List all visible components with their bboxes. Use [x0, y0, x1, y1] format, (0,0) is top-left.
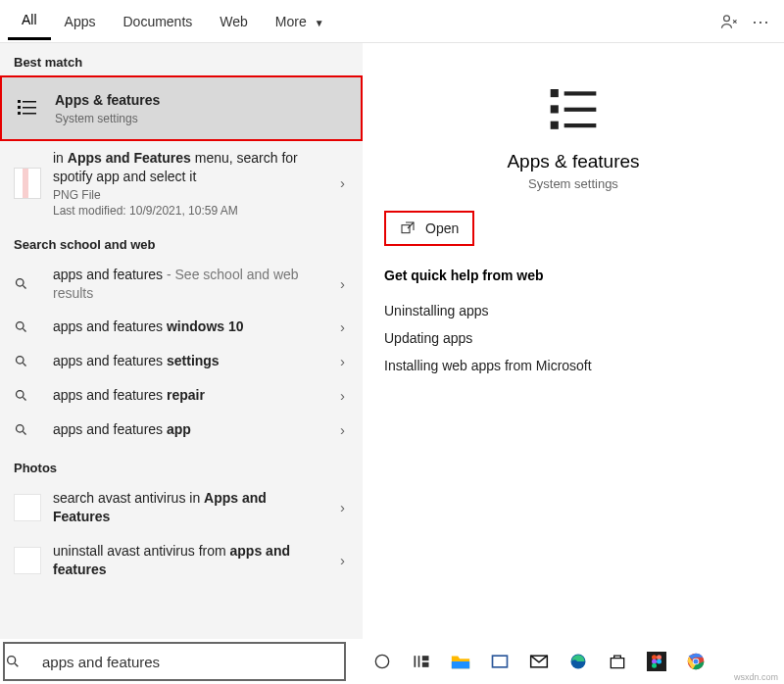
preview-panel: Apps & features System settings Open Get… — [363, 43, 784, 639]
task-view-icon[interactable] — [405, 645, 438, 678]
svg-point-8 — [17, 322, 24, 330]
file-result[interactable]: in Apps and Features menu, search for sp… — [0, 141, 363, 225]
svg-rect-23 — [422, 656, 429, 660]
file-result-modified: Last modified: 10/9/2021, 10:59 AM — [53, 204, 324, 218]
web-result[interactable]: apps and features settings› — [0, 344, 363, 378]
tab-documents[interactable]: Documents — [109, 4, 206, 39]
chevron-right-icon[interactable]: › — [336, 387, 349, 404]
edge-icon[interactable] — [562, 645, 595, 678]
taskbar-row — [0, 639, 784, 684]
search-input[interactable] — [42, 654, 344, 670]
chevron-right-icon[interactable]: › — [336, 275, 349, 292]
web-result-title: apps and features windows 10 — [53, 318, 324, 336]
cortana-icon[interactable] — [366, 645, 399, 678]
section-search-web: Search school and web — [0, 225, 363, 258]
help-link[interactable]: Uninstalling apps — [384, 297, 762, 324]
preview-title: Apps & features — [507, 151, 639, 172]
best-match-result[interactable]: Apps & features System settings — [0, 75, 363, 141]
web-result-title: apps and features app — [53, 420, 324, 439]
svg-point-19 — [8, 657, 16, 664]
png-thumbnail-icon — [14, 168, 41, 199]
file-result-title: in Apps and Features menu, search for sp… — [53, 149, 324, 186]
more-options-icon[interactable]: ⋯ — [745, 6, 776, 37]
photo-result[interactable]: uninstall avast antivirus from apps and … — [0, 534, 363, 587]
svg-point-7 — [17, 279, 24, 287]
svg-rect-27 — [493, 657, 506, 666]
open-label: Open — [425, 220, 459, 236]
chevron-right-icon[interactable]: › — [336, 499, 349, 515]
feedback-icon[interactable] — [713, 6, 745, 37]
search-icon — [5, 654, 42, 669]
web-result-title: apps and features repair — [53, 386, 324, 405]
section-photos: Photos — [0, 447, 363, 481]
file-result-type: PNG File — [53, 188, 324, 202]
svg-rect-16 — [551, 122, 559, 129]
chevron-right-icon[interactable]: › — [336, 353, 349, 369]
svg-rect-17 — [564, 123, 597, 127]
search-icon — [14, 388, 41, 403]
photo-thumbnail-icon — [14, 547, 41, 574]
search-icon — [14, 319, 41, 334]
tab-more[interactable]: More ▼ — [262, 4, 338, 39]
mail-icon[interactable] — [522, 645, 556, 678]
svg-rect-22 — [418, 656, 420, 667]
open-icon — [400, 220, 416, 236]
web-result[interactable]: apps and features app› — [0, 413, 363, 447]
figma-icon[interactable] — [640, 645, 673, 678]
svg-point-33 — [657, 660, 662, 664]
tab-web[interactable]: Web — [206, 4, 262, 39]
svg-rect-25 — [452, 661, 469, 668]
chevron-right-icon[interactable]: › — [336, 318, 349, 335]
svg-rect-12 — [551, 89, 559, 97]
chevron-right-icon[interactable]: › — [336, 174, 349, 191]
search-filter-tabs: All Apps Documents Web More ▼ ⋯ — [0, 0, 784, 43]
svg-point-38 — [694, 660, 699, 664]
hero-icon — [542, 78, 605, 141]
help-link[interactable]: Installing web apps from Microsoft — [384, 352, 762, 379]
web-result[interactable]: apps and features repair› — [0, 378, 363, 413]
svg-point-10 — [17, 391, 24, 399]
svg-rect-3 — [18, 106, 21, 109]
search-icon — [14, 276, 41, 291]
search-icon — [14, 422, 41, 437]
svg-rect-6 — [23, 113, 36, 115]
word-icon[interactable] — [483, 645, 516, 678]
svg-point-0 — [724, 15, 730, 21]
tab-apps[interactable]: Apps — [51, 4, 110, 39]
help-link[interactable]: Updating apps — [384, 324, 762, 352]
svg-rect-1 — [18, 100, 21, 103]
chevron-right-icon[interactable]: › — [336, 421, 349, 438]
photo-result-title: uninstall avast antivirus from apps and … — [53, 542, 324, 579]
svg-point-9 — [17, 357, 24, 365]
svg-rect-21 — [415, 656, 416, 667]
chevron-down-icon: ▼ — [315, 18, 324, 28]
preview-subtitle: System settings — [528, 176, 618, 191]
help-header: Get quick help from web — [384, 268, 762, 283]
tab-all[interactable]: All — [8, 2, 51, 40]
open-action[interactable]: Open — [384, 211, 474, 246]
svg-point-20 — [375, 655, 388, 667]
settings-list-icon — [16, 96, 43, 120]
svg-rect-2 — [23, 101, 36, 103]
chevron-right-icon[interactable]: › — [336, 552, 349, 568]
svg-point-11 — [17, 425, 24, 433]
search-box[interactable] — [3, 642, 346, 681]
chrome-icon[interactable] — [679, 645, 712, 678]
results-panel: Best match Apps & features System settin… — [0, 43, 363, 639]
web-result-title: apps and features - See school and web r… — [53, 266, 324, 303]
photo-result-title: search avast antivirus in Apps and Featu… — [53, 489, 324, 526]
svg-rect-4 — [23, 107, 36, 109]
svg-rect-13 — [564, 91, 597, 95]
web-result[interactable]: apps and features windows 10› — [0, 310, 363, 344]
file-explorer-icon[interactable] — [444, 645, 477, 678]
web-result[interactable]: apps and features - See school and web r… — [0, 258, 363, 311]
svg-rect-5 — [18, 112, 21, 115]
best-match-title: Apps & features — [55, 91, 353, 110]
svg-rect-18 — [402, 225, 410, 233]
watermark: wsxdn.com — [734, 672, 778, 682]
svg-rect-15 — [564, 108, 597, 112]
svg-rect-24 — [422, 662, 429, 667]
photo-result[interactable]: search avast antivirus in Apps and Featu… — [0, 481, 363, 534]
store-icon[interactable] — [601, 645, 634, 678]
section-best-match: Best match — [0, 43, 363, 75]
